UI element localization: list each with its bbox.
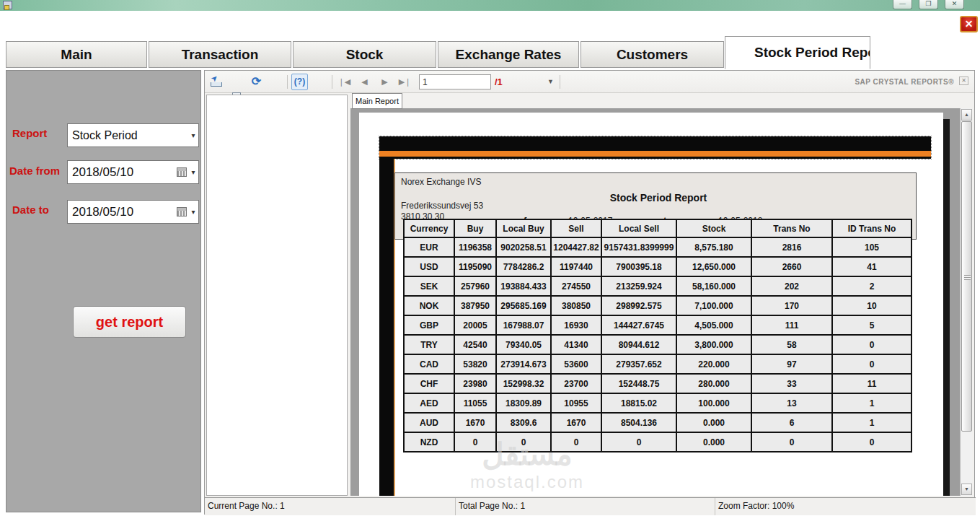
scroll-up-icon[interactable]: ▲ [961, 109, 972, 121]
table-cell: 0.000 [676, 432, 751, 452]
table-row: NZD00000.00000 [404, 432, 911, 452]
table-cell: 298992.575 [601, 296, 676, 315]
table-cell: 111 [751, 315, 832, 335]
table-row: TRY4254079340.054134080944.6123,800.0005… [404, 335, 911, 354]
tab-customers[interactable]: Customers [581, 41, 724, 68]
viewer-toolbar: ⟳ (?) ❘◀ ◀ ▶ ▶❘ /1 ▼ SAP CRYSTAL REPORTS… [205, 71, 974, 93]
tab-transaction[interactable]: Transaction [149, 41, 291, 68]
page-total-label: /1 [495, 76, 503, 87]
page-number-input[interactable] [419, 74, 491, 89]
table-cell: 0.000 [676, 413, 751, 432]
table-cell: 193884.433 [496, 276, 551, 296]
calendar-icon [177, 207, 187, 217]
table-header-cell: Local Buy [496, 219, 551, 237]
sap-crystal-reports-logo: SAP CRYSTAL REPORTS® [855, 78, 954, 86]
table-cell: 97 [751, 354, 832, 374]
table-cell: 152998.32 [496, 374, 551, 393]
table-cell: 41340 [551, 335, 601, 354]
table-cell: 8,575.180 [676, 237, 751, 257]
table-cell: 12,650.000 [676, 257, 751, 276]
app-window-icon [3, 1, 12, 9]
table-cell: 7,100.000 [676, 296, 751, 315]
table-cell: 213259.924 [601, 276, 676, 296]
scrollbar-thumb[interactable] [961, 121, 972, 432]
table-header-cell: Sell [551, 219, 601, 237]
date-from-label: Date from [9, 165, 60, 177]
table-cell: 10 [832, 296, 911, 315]
parameter-panel-icon[interactable]: (?) [291, 74, 308, 90]
table-cell: TRY [404, 335, 454, 354]
get-report-button[interactable]: get report [73, 306, 186, 338]
table-cell: GBP [404, 315, 454, 335]
tab-stock[interactable]: Stock [293, 41, 436, 68]
tab-exchange-rates[interactable]: Exchange Rates [438, 41, 579, 68]
table-cell: 80944.612 [601, 335, 676, 354]
table-cell: 0 [496, 432, 551, 452]
scroll-down-icon[interactable]: ▼ [961, 484, 972, 495]
next-page-icon[interactable]: ▶ [376, 74, 393, 90]
minimize-button[interactable]: — [893, 0, 912, 9]
table-cell: 23980 [454, 374, 496, 393]
table-cell: 23700 [551, 374, 601, 393]
report-viewport[interactable]: Norex Exchange IVS Frederikssundsvej 53 … [350, 108, 960, 496]
table-cell: 1670 [551, 413, 601, 432]
chevron-down-icon: ▾ [188, 168, 198, 176]
date-from-picker[interactable]: 2018/05/10 ▾ [67, 160, 199, 184]
chevron-down-icon: ▾ [188, 208, 198, 216]
table-cell: 0 [601, 432, 676, 452]
table-row: CHF23980152998.3223700152448.75280.00033… [404, 374, 911, 393]
group-tree-panel[interactable] [206, 95, 348, 496]
exit-app-button[interactable]: ✕ [960, 16, 978, 32]
table-cell: 1204427.82 [551, 237, 601, 257]
date-to-label: Date to [12, 204, 49, 216]
table-cell: 2 [832, 276, 911, 296]
table-header-row: CurrencyBuyLocal BuySellLocal SellStockT… [404, 219, 911, 237]
table-cell: 1 [832, 393, 911, 413]
table-cell: 42540 [454, 335, 496, 354]
stock-period-table: CurrencyBuyLocal BuySellLocal SellStockT… [403, 219, 912, 452]
report-options-panel: Report Stock Period ▾ Date from 2018/05/… [6, 70, 201, 512]
date-to-value: 2018/05/10 [68, 205, 177, 219]
table-row: AED1105518309.891095518815.02100.000131 [404, 393, 911, 413]
tab-main[interactable]: Main [6, 41, 147, 68]
table-row: NOK387950295685.169380850298992.5757,100… [404, 296, 911, 315]
table-cell: 79340.05 [496, 335, 551, 354]
vertical-scrollbar[interactable]: ▲ ▼ [960, 108, 972, 496]
brand-close-icon[interactable]: ✕ [959, 76, 968, 85]
refresh-icon[interactable]: ⟳ [248, 74, 265, 90]
crystal-report-viewer: ⟳ (?) ❘◀ ◀ ▶ ▶❘ /1 ▼ SAP CRYSTAL REPORTS… [204, 70, 975, 515]
table-cell: 170 [751, 296, 832, 315]
table-cell: 16930 [551, 315, 601, 335]
table-cell: 100.000 [676, 393, 751, 413]
table-cell: 58 [751, 335, 832, 354]
maximize-button[interactable]: ❐ [919, 0, 938, 9]
close-button[interactable]: ✕ [945, 0, 964, 9]
tab-stock-period-report[interactable]: Stock Period Report [725, 36, 870, 69]
table-header-cell: Local Sell [601, 219, 676, 237]
table-cell: AED [404, 393, 454, 413]
table-row: EUR11963589020258.511204427.829157431.83… [404, 237, 911, 257]
table-cell: 1 [832, 413, 911, 432]
main-report-tab[interactable]: Main Report [352, 93, 402, 109]
table-cell: 18815.02 [601, 393, 676, 413]
export-icon[interactable] [208, 74, 224, 90]
report-type-select[interactable]: Stock Period ▾ [67, 123, 199, 147]
table-cell: 0 [551, 432, 601, 452]
date-to-picker[interactable]: 2018/05/10 ▾ [67, 200, 199, 224]
first-page-icon[interactable]: ❘◀ [336, 74, 353, 90]
toolbar-separator [560, 75, 560, 89]
previous-page-icon[interactable]: ◀ [356, 74, 373, 90]
report-banner [379, 136, 931, 159]
table-cell: 220.000 [676, 354, 751, 374]
zoom-dropdown-icon[interactable]: ▼ [547, 78, 554, 85]
table-cell: 105 [832, 237, 911, 257]
table-cell: 279357.652 [601, 354, 676, 374]
table-cell: 387950 [454, 296, 496, 315]
table-header-cell: Buy [454, 219, 496, 237]
table-cell: 202 [751, 276, 832, 296]
table-cell: EUR [404, 237, 454, 257]
table-cell: 11055 [454, 393, 496, 413]
company-name: Norex Exchange IVS [401, 177, 481, 187]
report-type-value: Stock Period [68, 129, 188, 142]
last-page-icon[interactable]: ▶❘ [397, 74, 413, 90]
